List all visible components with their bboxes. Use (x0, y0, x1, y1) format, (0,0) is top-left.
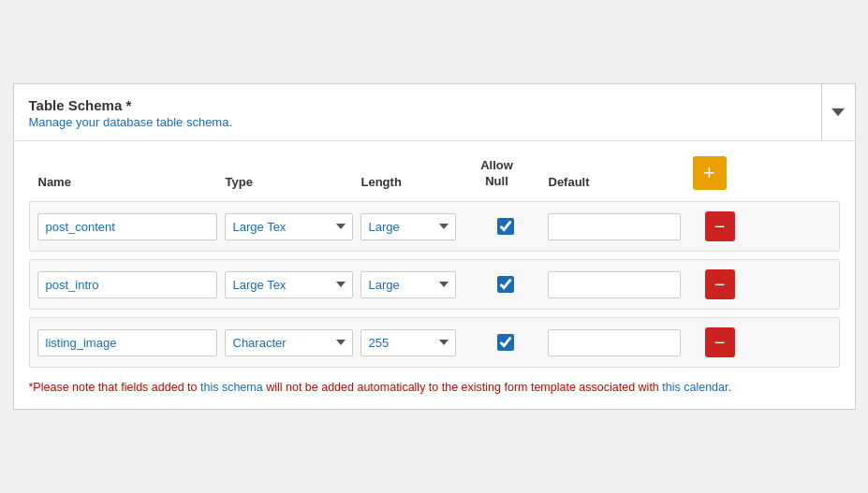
remove-field-button[interactable]: − (705, 211, 735, 241)
col-header-allownull: AllowNull (480, 158, 513, 190)
length-select[interactable]: 255 100 50 (360, 329, 456, 356)
type-select[interactable]: Large Tex Character Integer (225, 329, 353, 356)
remove-field-button[interactable]: − (705, 327, 735, 357)
panel-subtitle: Manage your database table schema. (29, 115, 840, 129)
default-input[interactable] (548, 271, 681, 298)
name-input[interactable] (37, 271, 217, 298)
name-input[interactable] (37, 213, 217, 240)
chevron-down-icon (831, 106, 845, 119)
table-row: Large Tex Character Integer Large − (29, 201, 840, 252)
table-schema-panel: Table Schema * Manage your database tabl… (13, 83, 856, 410)
panel-toggle-button[interactable] (821, 84, 855, 140)
table-row: Large Tex Character Integer Large − (29, 259, 840, 310)
allow-null-checkbox[interactable] (497, 334, 514, 351)
panel-title: Table Schema * (29, 97, 840, 113)
col-header-length: Length (361, 175, 402, 189)
default-input[interactable] (548, 213, 681, 240)
col-header-name: Name (38, 175, 71, 189)
type-select[interactable]: Large Tex Character Integer (225, 213, 353, 240)
length-select[interactable]: Large (360, 271, 456, 298)
schema-note: *Please note that fields added to this s… (29, 381, 840, 394)
add-field-button[interactable]: + (693, 156, 727, 190)
panel-header: Table Schema * Manage your database tabl… (14, 84, 855, 141)
default-input[interactable] (548, 329, 681, 356)
table-row: Large Tex Character Integer 255 100 50 (29, 317, 840, 368)
name-input[interactable] (37, 329, 217, 356)
remove-field-button[interactable]: − (705, 269, 735, 299)
col-header-type: Type (226, 175, 253, 189)
calendar-link[interactable]: this calendar (662, 381, 728, 394)
length-select[interactable]: Large (360, 213, 456, 240)
panel-body: Name Type Length AllowNull Default + (14, 141, 855, 409)
type-select[interactable]: Large Tex Character Integer (225, 271, 353, 298)
col-header-default: Default (549, 175, 590, 189)
allow-null-checkbox[interactable] (497, 218, 514, 235)
table-header: Name Type Length AllowNull Default + (29, 156, 840, 197)
this-schema-link[interactable]: this schema (200, 381, 263, 394)
allow-null-checkbox[interactable] (497, 276, 514, 293)
